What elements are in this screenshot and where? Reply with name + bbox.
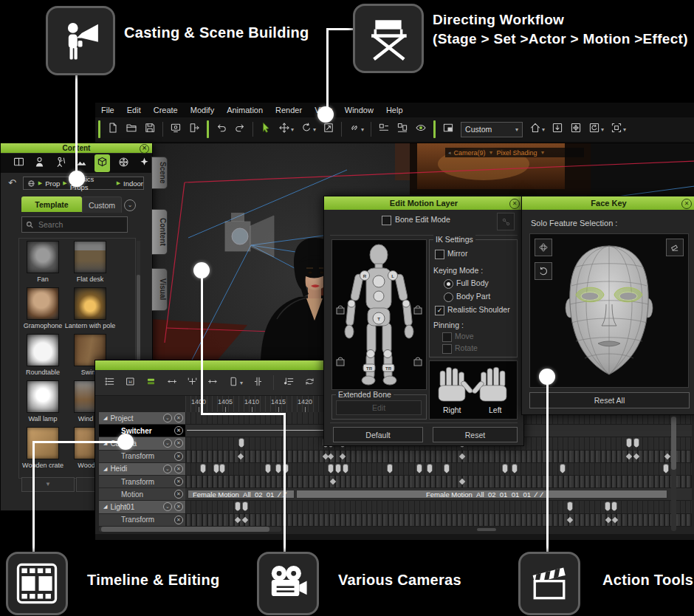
toolbar-select-button[interactable]	[260, 122, 272, 137]
keyframe-diamond[interactable]	[242, 516, 248, 522]
toolbar-visibility-button[interactable]	[415, 122, 427, 137]
keyframe-pin[interactable]	[567, 502, 573, 511]
keyframe-pin[interactable]	[242, 502, 248, 511]
camera-selector[interactable]: Camera(9)	[454, 149, 486, 157]
keyframe-pin[interactable]	[335, 464, 341, 473]
toolbar-preview-button[interactable]	[170, 122, 182, 137]
chevron-down-icon[interactable]: ▾	[361, 126, 364, 133]
face-selector-viewer[interactable]	[529, 233, 689, 388]
track-transform-5[interactable]: Transform✕	[99, 476, 185, 487]
eraser-icon[interactable]	[666, 239, 684, 256]
chevron-down-icon[interactable]: ▾	[313, 126, 316, 133]
toolbar-save-button[interactable]	[144, 122, 156, 137]
category-props-tab[interactable]	[95, 154, 110, 172]
content-item[interactable]: Lantern with pole	[64, 287, 116, 329]
reset-button[interactable]: Reset	[433, 427, 518, 442]
toolbar-scale-button[interactable]	[323, 122, 334, 137]
dock-tab-content[interactable]: Content	[151, 209, 168, 255]
keyframe-pin[interactable]	[502, 464, 508, 473]
scrollbar-vertical[interactable]	[671, 414, 676, 531]
track-motion-6[interactable]: Motion✕	[99, 488, 185, 500]
mirror-checkbox[interactable]	[435, 250, 444, 259]
remove-track-icon[interactable]: ✕	[174, 465, 183, 473]
left-hand-label[interactable]: Left	[489, 405, 502, 414]
dock-tab-visual[interactable]: Visual	[151, 268, 168, 311]
keyframe-pin[interactable]	[200, 464, 206, 473]
view-preset-dropdown[interactable]: Custom▾	[461, 122, 523, 137]
reset-view-icon[interactable]	[535, 262, 552, 280]
pin-rotate-checkbox[interactable]	[442, 344, 452, 354]
category-set-tab[interactable]	[11, 154, 27, 172]
dock-tab-scene[interactable]: Scene	[151, 157, 168, 189]
toolbar-undo-button[interactable]	[216, 122, 227, 137]
toolbar-redo-button[interactable]	[234, 122, 246, 137]
motion-clip[interactable]: Female Motion_All_02_01∕∕	[188, 490, 295, 499]
content-item[interactable]: Flat desk	[64, 241, 116, 283]
keyframe-pin[interactable]	[633, 438, 639, 448]
toolbar-align-top-button[interactable]	[396, 122, 408, 137]
keyframe-pin[interactable]	[275, 464, 281, 473]
keyframe-diamond[interactable]	[664, 453, 670, 459]
content-item[interactable]: Gramophone	[17, 287, 69, 329]
track-camera-2[interactable]: ◢Camera⌄✕	[99, 437, 185, 449]
chevron-down-icon[interactable]: ▾	[291, 126, 294, 133]
search-input[interactable]	[37, 219, 121, 230]
content-prev-button[interactable]: ▼	[21, 477, 75, 492]
keyframe-diamond[interactable]	[330, 479, 336, 485]
chevron-down-icon[interactable]: ⌄	[124, 199, 136, 211]
close-icon[interactable]: ✕	[140, 144, 149, 154]
roundtable-thumbnail[interactable]	[27, 334, 59, 366]
chevron-down-icon[interactable]: ▼	[540, 150, 546, 155]
keyframe-diamond[interactable]	[238, 453, 244, 459]
category-actor-tab[interactable]	[32, 154, 47, 172]
tab-template[interactable]: Template	[21, 196, 82, 212]
keyframe-pin[interactable]	[560, 464, 566, 473]
toolbar-export-button[interactable]	[188, 122, 200, 137]
edit-clip-icon[interactable]: ∕	[278, 490, 280, 499]
collapse-arrow-icon[interactable]: ◢	[103, 504, 107, 510]
keyframe-pin[interactable]	[265, 464, 271, 473]
expand-icon[interactable]: ⌄	[163, 439, 172, 448]
keyframe-diamond[interactable]	[459, 479, 465, 485]
expand-icon[interactable]: ⌄	[163, 414, 172, 422]
toolbar-move-button[interactable]: ▾	[278, 122, 294, 137]
right-hand-label[interactable]: Right	[443, 405, 461, 414]
keyframe-diamond[interactable]	[612, 516, 618, 522]
edit-clip-icon[interactable]: ∕	[541, 490, 543, 499]
keyframe-pin[interactable]	[235, 502, 241, 511]
track-transform-8[interactable]: Transform✕	[99, 514, 185, 526]
toolbar-rotate-box-button[interactable]: ▾	[588, 122, 604, 137]
lantern-thumbnail[interactable]	[74, 287, 106, 320]
toolbar-open-button[interactable]	[126, 122, 137, 137]
keyframe-pin[interactable]	[444, 464, 450, 473]
close-icon[interactable]: ✕	[509, 199, 520, 209]
remove-track-icon[interactable]: ✕	[174, 502, 183, 511]
menu-animation[interactable]: Animation	[227, 106, 263, 114]
toolbar-link-button[interactable]: ▾	[348, 122, 364, 137]
chevron-down-icon[interactable]: ▾	[542, 126, 545, 133]
keyframe-pin[interactable]	[238, 438, 244, 448]
reset-all-button[interactable]: Reset All	[529, 392, 690, 408]
scrollbar-horizontal[interactable]	[99, 527, 281, 532]
keyframe-diamond[interactable]	[328, 453, 334, 459]
collapse-arrow-icon[interactable]: ◢	[103, 415, 107, 421]
toolbar-import-button[interactable]	[552, 122, 563, 137]
category-effects-tab[interactable]	[137, 154, 152, 172]
rotate-3d-icon[interactable]	[535, 239, 552, 256]
menu-edit[interactable]: Edit	[127, 106, 141, 114]
body-part-radio[interactable]	[444, 292, 453, 302]
expand-icon[interactable]: ⌄	[163, 502, 172, 511]
realistic-shoulder-checkbox[interactable]: ✓	[435, 306, 444, 315]
desk-thumbnail[interactable]	[74, 241, 106, 273]
keyframe-pin[interactable]	[605, 502, 611, 511]
body-ik-viewer[interactable]: RLT TRTR	[331, 239, 427, 390]
track-project-0[interactable]: ◢Project⌄✕	[99, 412, 185, 424]
keyframe-pin[interactable]	[219, 464, 225, 473]
scrollbar-thumb[interactable]	[671, 417, 676, 470]
walllamp-thumbnail[interactable]	[27, 380, 59, 413]
collapse-arrow-icon[interactable]: ◢	[103, 466, 107, 472]
menu-help[interactable]: Help	[386, 106, 403, 114]
chevron-down-icon[interactable]: ▼	[489, 150, 494, 155]
track-transform-3[interactable]: Transform✕	[99, 451, 185, 462]
chevron-down-icon[interactable]: ▾	[623, 126, 626, 133]
